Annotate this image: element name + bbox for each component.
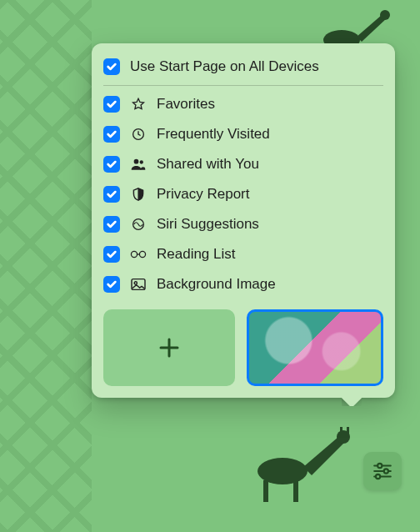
svg-rect-8 bbox=[340, 427, 342, 434]
svg-point-14 bbox=[131, 251, 137, 257]
svg-point-12 bbox=[140, 160, 143, 163]
checkbox[interactable] bbox=[103, 246, 120, 263]
option-label: Reading List bbox=[157, 246, 383, 263]
svg-rect-5 bbox=[263, 480, 268, 502]
option-siri-suggestions[interactable]: Siri Suggestions bbox=[103, 209, 383, 239]
svg-point-15 bbox=[139, 251, 145, 257]
customize-start-page-button[interactable] bbox=[363, 452, 402, 490]
option-shared-with-you[interactable]: Shared with You bbox=[103, 149, 383, 179]
checkbox[interactable] bbox=[103, 216, 120, 233]
svg-rect-6 bbox=[293, 480, 298, 502]
svg-point-7 bbox=[337, 430, 350, 444]
option-label: Use Start Page on All Devices bbox=[130, 58, 383, 75]
option-reading-list[interactable]: Reading List bbox=[103, 239, 383, 269]
people-icon bbox=[130, 157, 147, 172]
plus-icon bbox=[157, 335, 182, 360]
siri-icon bbox=[130, 217, 147, 232]
option-label: Background Image bbox=[157, 276, 383, 293]
star-icon bbox=[130, 97, 147, 112]
svg-point-11 bbox=[134, 159, 139, 164]
option-privacy-report[interactable]: Privacy Report bbox=[103, 179, 383, 209]
option-frequently-visited[interactable]: Frequently Visited bbox=[103, 119, 383, 149]
background-thumbnail-selected[interactable] bbox=[247, 309, 383, 386]
svg-point-3 bbox=[380, 10, 390, 20]
option-label: Frequently Visited bbox=[157, 126, 383, 143]
option-favorites[interactable]: Favorites bbox=[103, 89, 383, 119]
checkbox[interactable] bbox=[103, 276, 120, 293]
checkbox[interactable] bbox=[103, 126, 120, 143]
divider bbox=[103, 85, 383, 86]
start-page-customize-popover: Use Start Page on All Devices Favorites … bbox=[92, 43, 395, 398]
option-label: Shared with You bbox=[157, 156, 383, 173]
popover-arrow bbox=[342, 396, 362, 406]
option-label: Siri Suggestions bbox=[157, 216, 383, 233]
image-icon bbox=[130, 278, 147, 291]
wallpaper-pattern bbox=[0, 0, 92, 532]
option-use-start-page-all-devices[interactable]: Use Start Page on All Devices bbox=[103, 52, 383, 82]
checkbox[interactable] bbox=[103, 156, 120, 173]
checkbox[interactable] bbox=[103, 96, 120, 113]
svg-point-19 bbox=[378, 464, 382, 468]
glasses-icon bbox=[130, 249, 147, 259]
checkbox[interactable] bbox=[103, 186, 120, 203]
background-thumbnails bbox=[103, 309, 383, 386]
svg-point-17 bbox=[134, 282, 137, 284]
svg-point-4 bbox=[258, 458, 308, 484]
browser-background: Use Start Page on All Devices Favorites … bbox=[0, 0, 420, 532]
svg-point-23 bbox=[376, 474, 380, 479]
option-label: Favorites bbox=[157, 96, 383, 113]
option-background-image[interactable]: Background Image bbox=[103, 269, 383, 299]
svg-rect-9 bbox=[347, 427, 349, 434]
svg-point-21 bbox=[384, 469, 388, 473]
clock-icon bbox=[130, 127, 147, 142]
add-background-button[interactable] bbox=[103, 309, 235, 386]
option-label: Privacy Report bbox=[157, 186, 383, 203]
sliders-icon bbox=[372, 460, 393, 482]
wallpaper-giraffe-bottom bbox=[245, 425, 370, 509]
shield-icon bbox=[130, 187, 147, 202]
checkbox[interactable] bbox=[103, 58, 120, 75]
